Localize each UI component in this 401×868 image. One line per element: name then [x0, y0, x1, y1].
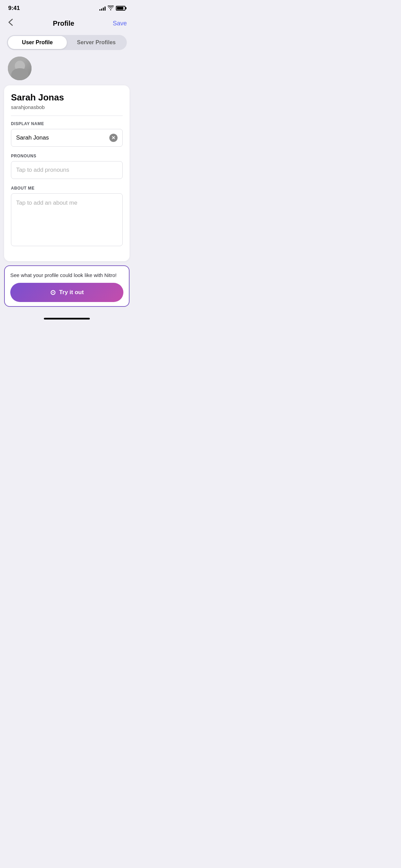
profile-display-name: Sarah Jonas: [11, 92, 123, 103]
divider-1: [11, 116, 123, 116]
avatar-section: [0, 56, 134, 81]
pronouns-input-wrapper: [11, 161, 123, 179]
pronouns-input[interactable]: [16, 167, 118, 173]
nitro-icon: ⊙: [50, 288, 56, 297]
about-me-label: ABOUT ME: [11, 186, 123, 191]
battery-icon: [116, 6, 125, 11]
status-bar: 9:41: [0, 0, 134, 14]
status-icons: [99, 5, 125, 11]
home-indicator: [0, 315, 134, 324]
about-me-textarea-wrapper: [11, 193, 123, 246]
profile-card: Sarah Jonas sarahjonasbob DISPLAY NAME ✕…: [4, 85, 130, 261]
avatar[interactable]: [7, 56, 33, 81]
home-bar: [44, 318, 90, 320]
display-name-input-wrapper: ✕: [11, 129, 123, 147]
page-title: Profile: [53, 20, 74, 27]
profile-username: sarahjonasbob: [11, 104, 123, 110]
nitro-banner-text: See what your profile could look like wi…: [10, 272, 123, 279]
about-me-field-group: ABOUT ME: [11, 186, 123, 246]
try-nitro-button[interactable]: ⊙ Try it out: [10, 283, 123, 302]
pronouns-label: PRONOUNS: [11, 154, 123, 158]
about-me-textarea[interactable]: [16, 198, 118, 240]
nitro-banner: See what your profile could look like wi…: [4, 265, 130, 307]
try-nitro-label: Try it out: [59, 289, 84, 296]
clear-display-name-button[interactable]: ✕: [109, 134, 118, 142]
display-name-field-group: DISPLAY NAME ✕: [11, 121, 123, 147]
display-name-input[interactable]: [16, 134, 109, 141]
save-button[interactable]: Save: [113, 20, 127, 27]
back-button[interactable]: [7, 17, 14, 29]
signal-icon: [99, 6, 106, 11]
tab-user-profile[interactable]: User Profile: [8, 36, 67, 49]
wifi-icon: [108, 5, 114, 11]
tab-switcher: User Profile Server Profiles: [7, 35, 127, 50]
pronouns-field-group: PRONOUNS: [11, 154, 123, 179]
display-name-label: DISPLAY NAME: [11, 121, 123, 126]
nav-bar: Profile Save: [0, 14, 134, 34]
tab-server-profiles[interactable]: Server Profiles: [67, 36, 126, 49]
status-time: 9:41: [8, 5, 20, 12]
